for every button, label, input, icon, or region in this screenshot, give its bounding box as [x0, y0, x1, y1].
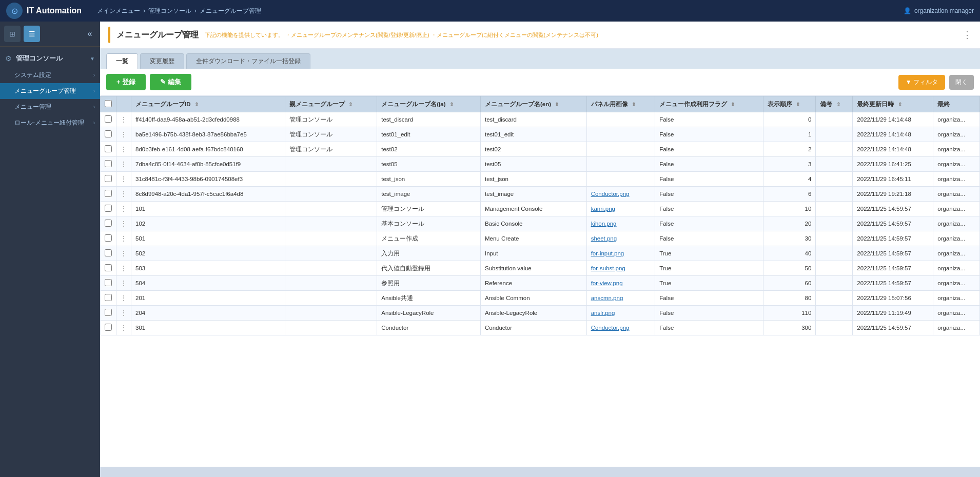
row-checkbox[interactable]: [105, 220, 112, 227]
list-view-icon[interactable]: ☰: [24, 26, 40, 42]
column-header-name-ja[interactable]: メニューグループ名(ja) ⇕: [377, 96, 481, 112]
row-checkbox[interactable]: [105, 294, 112, 301]
panel-image-link[interactable]: kihon.png: [591, 221, 617, 227]
data-table-container[interactable]: メニューグループID ⇕ 親メニューグループ ⇕ メニューグループ名(ja) ⇕: [100, 96, 980, 467]
arrow-icon: ›: [93, 88, 95, 94]
cell-menu-flag: False: [655, 142, 763, 157]
panel-image-link[interactable]: Conductor.png: [591, 191, 630, 197]
row-context-menu[interactable]: ⋮: [116, 112, 131, 127]
row-context-menu[interactable]: ⋮: [116, 202, 131, 216]
toolbar: + 登録 ✎ 編集 ▼ フィルタ 閉く: [100, 69, 980, 96]
row-context-menu[interactable]: ⋮: [116, 246, 131, 261]
kebab-menu-icon[interactable]: ⋮: [963, 29, 972, 41]
select-all-checkbox[interactable]: [105, 100, 112, 107]
row-checkbox-cell: [101, 157, 116, 172]
cell-last: organiza...: [933, 261, 980, 276]
cell-remarks: [816, 246, 853, 261]
sidebar-item-menu-management[interactable]: メニュー管理 ›: [0, 99, 100, 115]
column-header-menu-flag[interactable]: メニュー作成利用フラグ ⇕: [655, 96, 763, 112]
row-checkbox[interactable]: [105, 205, 112, 212]
row-checkbox[interactable]: [105, 309, 112, 316]
sort-icon: ⇕: [731, 102, 735, 107]
cell-last: organiza...: [933, 231, 980, 246]
column-header-parent[interactable]: 親メニューグループ ⇕: [285, 96, 377, 112]
cell-last: organiza...: [933, 187, 980, 202]
tab-list[interactable]: 一覧: [106, 53, 138, 69]
row-context-menu[interactable]: ⋮: [116, 142, 131, 157]
panel-image-link[interactable]: kanri.png: [591, 206, 615, 212]
register-button[interactable]: + 登録: [106, 74, 146, 90]
row-checkbox[interactable]: [105, 324, 112, 331]
row-context-menu[interactable]: ⋮: [116, 127, 131, 142]
breadcrumb-item-1[interactable]: メインメニュー: [97, 7, 140, 15]
cell-last: organiza...: [933, 172, 980, 187]
panel-image-link[interactable]: sheet.png: [591, 235, 617, 242]
row-checkbox[interactable]: [105, 130, 112, 137]
cell-menu-flag: False: [655, 231, 763, 246]
row-context-menu[interactable]: ⋮: [116, 172, 131, 187]
cell-parent: [285, 261, 377, 276]
bottom-scroll-bar[interactable]: [100, 467, 980, 477]
tab-download-upload[interactable]: 全件ダウンロード・ファイル一括登録: [186, 53, 310, 69]
sidebar-section-admin-console[interactable]: ⚙ 管理コンソール ▼: [0, 50, 100, 67]
cell-name-en: test01_edit: [480, 127, 586, 142]
panel-image-link[interactable]: for-input.png: [591, 250, 624, 256]
filter-button[interactable]: ▼ フィルタ: [898, 75, 945, 90]
cell-panel-image: sheet.png: [586, 231, 655, 246]
row-checkbox[interactable]: [105, 234, 112, 242]
column-header-updated-at[interactable]: 最終更新日時 ⇕: [853, 96, 933, 112]
row-checkbox[interactable]: [105, 115, 112, 123]
panel-image-link[interactable]: for-view.png: [591, 280, 623, 286]
breadcrumb-item-3[interactable]: メニューグループ管理: [200, 7, 261, 15]
row-context-menu[interactable]: ⋮: [116, 276, 131, 291]
row-checkbox[interactable]: [105, 145, 112, 152]
column-header-name-en[interactable]: メニューグループ名(en) ⇕: [480, 96, 586, 112]
row-checkbox[interactable]: [105, 279, 112, 286]
grid-view-icon[interactable]: ⊞: [4, 26, 21, 42]
page-header-accent: [108, 27, 110, 43]
cell-menu-flag: False: [655, 112, 763, 127]
app-header: ⊙ IT Automation メインメニュー › 管理コンソール › メニュー…: [0, 0, 980, 22]
row-context-menu[interactable]: ⋮: [116, 306, 131, 321]
row-context-menu[interactable]: ⋮: [116, 321, 131, 335]
column-header-remarks[interactable]: 備考 ⇕: [816, 96, 853, 112]
cell-parent: 管理コンソール: [285, 142, 377, 157]
row-context-menu[interactable]: ⋮: [116, 261, 131, 276]
cell-name-ja: test02: [377, 142, 481, 157]
breadcrumb-item-2[interactable]: 管理コンソール: [148, 7, 191, 15]
column-header-id[interactable]: メニューグループID ⇕: [131, 96, 285, 112]
cell-last: organiza...: [933, 291, 980, 306]
table-row: ⋮7dba4c85-0f14-4634-af0b-85cfce0d51f9tes…: [101, 157, 980, 172]
table-body: ⋮ff4140ff-daa9-458a-ab51-2d3cfedd0988管理コ…: [101, 112, 980, 335]
close-filter-button[interactable]: 閉く: [949, 75, 974, 90]
row-checkbox[interactable]: [105, 264, 112, 271]
panel-image-link[interactable]: for-subst.png: [591, 265, 625, 271]
sidebar-item-system-settings[interactable]: システム設定 ›: [0, 67, 100, 83]
row-checkbox[interactable]: [105, 175, 112, 182]
panel-image-link[interactable]: anslr.png: [591, 310, 615, 316]
column-header-order[interactable]: 表示順序 ⇕: [763, 96, 816, 112]
cell-parent: [285, 231, 377, 246]
column-header-panel-image[interactable]: パネル用画像 ⇕: [586, 96, 655, 112]
row-checkbox[interactable]: [105, 190, 112, 197]
breadcrumb-sep-1: ›: [143, 7, 145, 14]
panel-image-link[interactable]: Conductor.png: [591, 325, 630, 331]
cell-updated-at: 2022/11/29 11:19:49: [853, 306, 933, 321]
sidebar-item-role-menu-link[interactable]: ロール-メニュー紐付管理 ›: [0, 115, 100, 131]
sidebar-collapse-button[interactable]: «: [84, 28, 96, 40]
row-checkbox[interactable]: [105, 160, 112, 167]
row-context-menu[interactable]: ⋮: [116, 231, 131, 246]
sidebar-item-menu-group-management[interactable]: メニューグループ管理 ›: [0, 83, 100, 99]
row-checkbox[interactable]: [105, 249, 112, 256]
row-context-menu[interactable]: ⋮: [116, 291, 131, 306]
panel-image-link[interactable]: anscmn.png: [591, 295, 623, 301]
tab-history[interactable]: 変更履歴: [140, 53, 184, 69]
cell-menu-flag: False: [655, 291, 763, 306]
row-context-menu[interactable]: ⋮: [116, 187, 131, 202]
cell-parent: [285, 291, 377, 306]
row-context-menu[interactable]: ⋮: [116, 157, 131, 172]
edit-button[interactable]: ✎ 編集: [150, 74, 191, 90]
row-context-menu[interactable]: ⋮: [116, 216, 131, 231]
cell-id: 31c8481c-f3f4-4433-98b6-090174508ef3: [131, 172, 285, 187]
table-row: ⋮102基本コンソールBasic Consolekihon.pngFalse20…: [101, 216, 980, 231]
